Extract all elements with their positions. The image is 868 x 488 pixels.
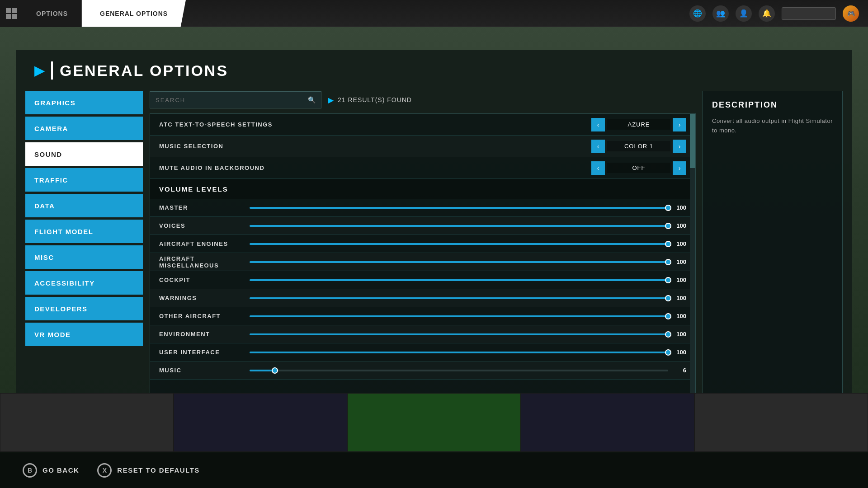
slider-container-1 [250, 225, 668, 227]
slider-name-5: WARNINGS [159, 295, 250, 301]
slider-track-6[interactable] [250, 315, 668, 317]
slider-track-9[interactable] [250, 370, 668, 371]
slider-list: MASTER 100 VOICES 100 AIRCRAFT ENGINES 1… [150, 199, 695, 380]
slider-row: AIRCRAFT ENGINES 100 [150, 235, 695, 253]
general-options-tab[interactable]: GENERAL OPTIONS [82, 0, 186, 27]
results-arrow-icon: ▶ [328, 96, 334, 104]
svg-rect-0 [6, 8, 11, 13]
slider-thumb-5[interactable] [665, 295, 671, 301]
slider-name-6: OTHER AIRCRAFT [159, 313, 250, 319]
slider-track-7[interactable] [250, 333, 668, 335]
sidebar-item-vr-mode[interactable]: VR MODE [25, 323, 143, 346]
reset-icon: X [97, 463, 112, 478]
slider-thumb-2[interactable] [665, 241, 671, 247]
slider-thumb-3[interactable] [665, 259, 671, 265]
sidebar-item-developers[interactable]: DEVELOPERS [25, 297, 143, 320]
slider-container-8 [250, 352, 668, 353]
sidebar-item-camera[interactable]: CAMERA [25, 117, 143, 140]
slider-container-3 [250, 261, 668, 263]
search-container[interactable]: 🔍 [150, 91, 321, 108]
search-icon: 🔍 [308, 96, 316, 103]
atc-prev-btn[interactable]: ‹ [591, 118, 605, 131]
scrollbar[interactable] [690, 114, 695, 433]
slider-track-5[interactable] [250, 297, 668, 299]
slider-thumb-9[interactable] [272, 367, 278, 374]
slider-track-0[interactable] [250, 207, 668, 209]
cockpit-center-left [174, 393, 347, 452]
cockpit-strip [0, 393, 868, 452]
slider-row: MASTER 100 [150, 199, 695, 217]
mute-audio-next-btn[interactable]: › [673, 161, 686, 175]
slider-container-2 [250, 243, 668, 245]
slider-container-4 [250, 279, 668, 281]
sidebar-item-graphics[interactable]: GRAPHICS [25, 91, 143, 114]
atc-next-btn[interactable]: › [673, 118, 686, 131]
reset-defaults-button[interactable]: X RESET TO DEFAULTS [97, 463, 199, 478]
go-back-icon: B [23, 463, 37, 478]
description-text: Convert all audio output in Flight Simul… [712, 117, 833, 136]
volume-levels-header: VOLUME LEVELS [150, 179, 695, 199]
slider-track-2[interactable] [250, 243, 668, 245]
slider-thumb-7[interactable] [665, 331, 671, 338]
slider-name-7: ENVIRONMENT [159, 331, 250, 338]
options-tab[interactable]: OPTIONS [23, 0, 82, 27]
slider-name-0: MASTER [159, 204, 250, 211]
bell-icon[interactable]: 🔔 [759, 5, 775, 22]
avatar[interactable]: 🎮 [843, 5, 859, 22]
slider-name-3: AIRCRAFT MISCELLANEOUS [159, 255, 250, 269]
results-count: ▶ 21 RESULT(S) FOUND [328, 96, 412, 104]
slider-name-2: AIRCRAFT ENGINES [159, 240, 250, 247]
slider-name-9: MUSIC [159, 367, 250, 374]
globe-icon[interactable]: 🌐 [689, 5, 706, 22]
reset-label: RESET TO DEFAULTS [117, 466, 199, 474]
slider-thumb-1[interactable] [665, 223, 671, 229]
bottom-bar: B GO BACK X RESET TO DEFAULTS [0, 452, 868, 488]
slider-row: VOICES 100 [150, 217, 695, 235]
sidebar-item-traffic[interactable]: TRAFFIC [25, 168, 143, 192]
profile-icon[interactable]: 👤 [736, 5, 752, 22]
top-search-input[interactable] [782, 7, 836, 20]
slider-row: USER INTERFACE 100 [150, 343, 695, 361]
slider-thumb-4[interactable] [665, 277, 671, 283]
scrollbar-thumb[interactable] [690, 114, 695, 168]
sidebar-item-sound[interactable]: SOUND [25, 142, 143, 166]
slider-name-8: USER INTERFACE [159, 349, 250, 356]
slider-track-1[interactable] [250, 225, 668, 227]
page-title: GENERAL OPTIONS [60, 62, 228, 80]
go-back-button[interactable]: B GO BACK [23, 463, 79, 478]
slider-value-9: 6 [668, 367, 686, 374]
slider-container-7 [250, 333, 668, 335]
description-title: DESCRIPTION [712, 100, 833, 110]
slider-thumb-8[interactable] [665, 349, 671, 356]
content-area: 🔍 ▶ 21 RESULT(S) FOUND ATC TEXT-TO-SPEEC… [150, 91, 696, 433]
slider-row: AIRCRAFT MISCELLANEOUS 100 [150, 253, 695, 271]
sidebar-item-flight-model[interactable]: FLIGHT MODEL [25, 220, 143, 243]
title-icon: ▶ [34, 63, 44, 78]
slider-container-9 [250, 370, 668, 371]
slider-track-4[interactable] [250, 279, 668, 281]
music-selection-prev-btn[interactable]: ‹ [591, 140, 605, 153]
sidebar-item-misc[interactable]: MISC [25, 245, 143, 269]
slider-row: WARNINGS 100 [150, 289, 695, 307]
page-title-bar: ▶ GENERAL OPTIONS [16, 50, 852, 91]
mute-audio-control: ‹ OFF › [591, 161, 686, 175]
sidebar-item-data[interactable]: DATA [25, 194, 143, 217]
group-icon[interactable]: 👥 [712, 5, 729, 22]
top-bar: OPTIONS GENERAL OPTIONS 🌐 👥 👤 🔔 🎮 [0, 0, 868, 27]
music-selection-next-btn[interactable]: › [673, 140, 686, 153]
slider-track-3[interactable] [250, 261, 668, 263]
setting-row-mute-audio: MUTE AUDIO IN BACKGROUND ‹ OFF › [150, 157, 695, 179]
svg-rect-3 [12, 14, 17, 19]
svg-rect-1 [12, 8, 17, 13]
slider-track-8[interactable] [250, 352, 668, 353]
slider-row: OTHER AIRCRAFT 100 [150, 307, 695, 325]
sidebar: GRAPHICS CAMERA SOUND TRAFFIC DATA FLIGH… [25, 91, 143, 433]
slider-thumb-6[interactable] [665, 313, 671, 319]
mute-audio-prev-btn[interactable]: ‹ [591, 161, 605, 175]
cockpit-center-right [521, 393, 694, 452]
sidebar-item-accessibility[interactable]: ACCESSIBILITY [25, 271, 143, 295]
music-selection-control: ‹ COLOR 1 › [591, 140, 686, 153]
slider-thumb-0[interactable] [665, 205, 671, 211]
search-input[interactable] [156, 97, 308, 103]
slider-name-4: COCKPIT [159, 277, 250, 283]
